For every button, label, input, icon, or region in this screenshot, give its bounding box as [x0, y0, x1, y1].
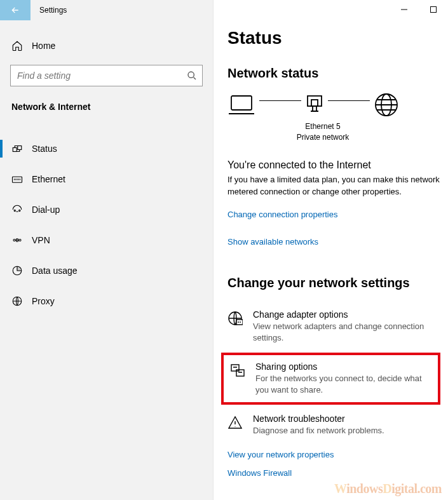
sidebar-nav: Status Ethernet Dial-up VPN [0, 133, 213, 316]
titlebar: Settings [0, 0, 213, 20]
search-icon [187, 71, 197, 81]
connection-type: Private network [227, 132, 418, 143]
row-change-adapter-options[interactable]: Change adapter options View network adap… [214, 303, 448, 350]
sidebar-item-label: Ethernet [23, 174, 65, 184]
status-icon [11, 143, 23, 154]
globe-icon [374, 92, 399, 118]
sidebar-item-label: VPN [23, 235, 50, 245]
link-show-available-networks[interactable]: Show available networks [214, 237, 448, 247]
row-network-troubleshooter[interactable]: Network troubleshooter Diagnose and fix … [214, 407, 448, 443]
app-title: Settings [31, 6, 67, 15]
router-icon [305, 93, 324, 116]
svg-rect-2 [18, 146, 22, 150]
connected-heading: You're connected to the Internet [214, 159, 448, 171]
sidebar-item-label: Data usage [23, 266, 78, 276]
watermark: WWindowsDigital.comindowsDigital.com [334, 482, 442, 496]
adapter-icon [227, 311, 243, 326]
sidebar-home[interactable]: Home [0, 33, 213, 58]
svg-point-7 [19, 240, 21, 241]
sidebar-item-ethernet[interactable]: Ethernet [0, 164, 213, 194]
row-title: Sharing options [255, 361, 433, 372]
svg-point-5 [19, 210, 20, 211]
sharing-icon [230, 363, 245, 378]
search-input[interactable] [10, 65, 203, 86]
svg-rect-13 [308, 96, 322, 106]
section-network-status: Network status [214, 66, 448, 81]
svg-rect-11 [431, 7, 437, 13]
sidebar-home-label: Home [23, 41, 55, 51]
svg-rect-12 [231, 96, 252, 110]
sidebar-item-status[interactable]: Status [0, 133, 213, 164]
svg-rect-1 [13, 148, 17, 152]
vpn-icon [11, 234, 23, 246]
proxy-icon [11, 295, 23, 307]
diagram-caption: Ethernet 5 Private network [227, 121, 418, 143]
sidebar-item-vpn[interactable]: VPN [0, 225, 213, 255]
network-diagram [214, 92, 448, 118]
device-icon [227, 93, 255, 116]
connection-line [259, 100, 301, 101]
home-icon [11, 40, 23, 51]
svg-point-0 [188, 72, 194, 78]
link-change-connection-properties[interactable]: Change connection properties [214, 210, 448, 219]
sidebar-item-label: Status [23, 144, 57, 154]
sidebar-item-dialup[interactable]: Dial-up [0, 194, 213, 225]
connected-body: If you have a limited data plan, you can… [214, 171, 448, 198]
sidebar-item-datausage[interactable]: Data usage [0, 255, 213, 286]
page-title: Status [214, 28, 448, 48]
row-title: Network troubleshooter [253, 414, 384, 424]
sidebar-item-label: Proxy [23, 296, 55, 306]
sidebar: Settings Home Network & Internet Stat [0, 0, 214, 500]
minimize-button[interactable] [390, 0, 419, 19]
svg-point-4 [14, 210, 15, 211]
row-sharing-options[interactable]: Sharing options For the networks you con… [230, 361, 433, 396]
window-controls [390, 0, 448, 19]
troubleshoot-icon [227, 415, 243, 430]
ethernet-icon [11, 173, 23, 185]
datausage-icon [11, 265, 23, 276]
row-desc: Diagnose and fix network problems. [253, 425, 384, 436]
maximize-button[interactable] [419, 0, 448, 19]
back-button[interactable] [0, 0, 31, 20]
search-field[interactable] [11, 65, 177, 86]
svg-rect-18 [236, 320, 243, 325]
row-desc: View network adapters and change connect… [253, 321, 438, 344]
svg-point-6 [13, 240, 15, 241]
section-change-settings: Change your network settings [214, 276, 448, 290]
main-panel: Status Network status Ethernet 5 Private… [214, 0, 448, 500]
sidebar-item-proxy[interactable]: Proxy [0, 286, 213, 316]
connection-name: Ethernet 5 [227, 121, 418, 132]
link-windows-firewall[interactable]: Windows Firewall [214, 468, 448, 478]
sidebar-item-label: Dial-up [23, 205, 60, 215]
link-view-network-properties[interactable]: View your network properties [214, 450, 448, 459]
sidebar-section-label: Network & Internet [0, 86, 213, 118]
highlighted-sharing-options: Sharing options For the networks you con… [221, 353, 440, 405]
row-title: Change adapter options [253, 309, 438, 320]
connection-line [328, 100, 370, 101]
row-desc: For the networks you connect to, decide … [255, 373, 433, 396]
dialup-icon [11, 204, 23, 215]
svg-rect-14 [311, 100, 318, 106]
